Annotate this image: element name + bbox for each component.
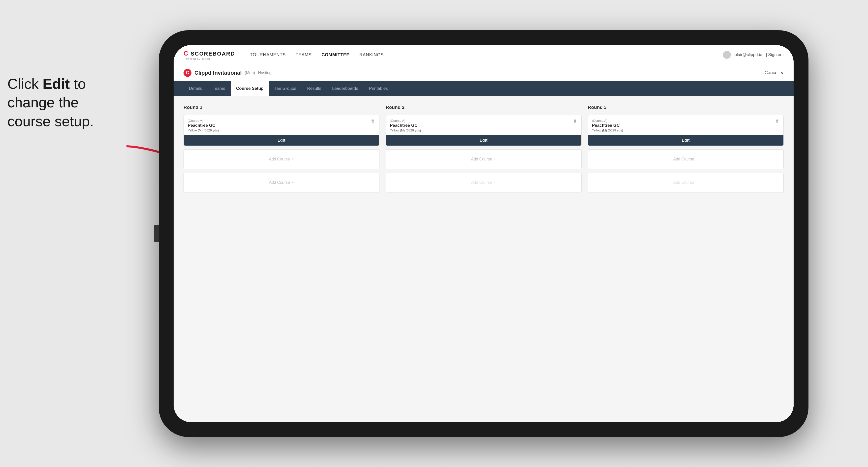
nav-links: TOURNAMENTS TEAMS COMMITTEE RANKINGS <box>250 51 384 59</box>
round-2-add-course-2: Add Course + <box>385 173 582 192</box>
round-1-add-label-1: Add Course + <box>269 156 294 162</box>
round-1-add-course-1[interactable]: Add Course + <box>184 149 379 169</box>
plus-icon-1: + <box>291 156 294 162</box>
logo-area: C SCOREBOARD Powered by clippd <box>184 50 235 60</box>
round-1-add-course-2[interactable]: Add Course + <box>184 173 379 192</box>
tournament-name: Clippd Invitational <box>194 70 242 76</box>
round-1-course-header: (Course A) Peachtree GC Yellow (M) (6629… <box>184 115 379 135</box>
main-content: Round 1 (Course A) Peachtree GC Yellow (… <box>174 96 794 422</box>
round-2-edit-button[interactable]: Edit <box>386 135 581 146</box>
round-2-course-details: Yellow (M) (6629 yds) <box>390 128 577 132</box>
tablet-side-button <box>154 225 159 242</box>
round-3-course-name: Peachtree GC <box>592 123 779 128</box>
rounds-container: Round 1 (Course A) Peachtree GC Yellow (… <box>184 105 784 192</box>
tab-course-setup[interactable]: Course Setup <box>230 81 269 96</box>
logo-subtitle: Powered by clippd <box>184 57 235 60</box>
round-2-add-label-2: Add Course + <box>471 180 496 185</box>
round-1-edit-button[interactable]: Edit <box>184 135 379 146</box>
tab-leaderboards[interactable]: Leaderboards <box>327 81 364 96</box>
nav-teams[interactable]: TEAMS <box>296 51 312 59</box>
cancel-button[interactable]: Cancel ✕ <box>765 70 784 75</box>
plus-icon-3: + <box>494 156 496 162</box>
round-2-add-label-1: Add Course + <box>471 156 496 162</box>
round-2-course-name: Peachtree GC <box>390 123 577 128</box>
tournament-gender: (Men) <box>245 71 255 75</box>
tab-teams[interactable]: Teams <box>207 81 230 96</box>
tablet-frame: C SCOREBOARD Powered by clippd TOURNAMEN… <box>159 30 808 437</box>
round-3-course-header: (Course A) Peachtree GC Yellow (M) (6629… <box>588 115 783 135</box>
tab-printables[interactable]: Printables <box>364 81 393 96</box>
tournament-title: C Clippd Invitational (Men) Hosting <box>184 69 272 77</box>
round-2-course-header: (Course A) Peachtree GC Yellow (M) (6629… <box>386 115 581 135</box>
tab-tee-groups[interactable]: Tee Groups <box>269 81 302 96</box>
nav-tournaments[interactable]: TOURNAMENTS <box>250 51 286 59</box>
tournament-status: Hosting <box>258 71 271 75</box>
round-3-course-label: (Course A) <box>592 119 779 123</box>
round-2-delete-icon[interactable]: 🗑 <box>572 118 578 124</box>
tournament-logo: C <box>184 69 191 77</box>
round-3-add-label-1: Add Course + <box>673 156 698 162</box>
tab-results[interactable]: Results <box>302 81 327 96</box>
tab-bar: Details Teams Course Setup Tee Groups Re… <box>174 81 794 96</box>
nav-committee[interactable]: COMMITTEE <box>322 51 350 59</box>
instruction-text: Click Edit tochange thecourse setup. <box>7 74 94 130</box>
logo-text: C SCOREBOARD <box>184 50 235 57</box>
round-1-course-details: Yellow (M) (6629 yds) <box>188 128 375 132</box>
sign-out-link[interactable]: | Sign out <box>766 52 784 57</box>
round-2-course-label: (Course A) <box>390 119 577 123</box>
plus-icon-5: + <box>695 156 699 162</box>
round-3-add-label-2: Add Course + <box>673 180 698 185</box>
round-1-column: Round 1 (Course A) Peachtree GC Yellow (… <box>184 105 379 192</box>
top-navigation: C SCOREBOARD Powered by clippd TOURNAMEN… <box>174 45 794 65</box>
edit-bold: Edit <box>43 75 70 92</box>
plus-icon-6: + <box>695 180 699 185</box>
round-1-course-label: (Course A) <box>188 119 375 123</box>
tab-details[interactable]: Details <box>184 81 207 96</box>
tablet-screen: C SCOREBOARD Powered by clippd TOURNAMEN… <box>174 45 794 422</box>
nav-rankings[interactable]: RANKINGS <box>359 51 384 59</box>
logo-letter: C <box>184 50 189 57</box>
round-3-delete-icon[interactable]: 🗑 <box>774 118 780 124</box>
round-3-edit-button[interactable]: Edit <box>588 135 783 146</box>
round-3-course-card: (Course A) Peachtree GC Yellow (M) (6629… <box>588 115 784 146</box>
round-2-add-course-1[interactable]: Add Course + <box>385 149 582 169</box>
round-3-course-details: Yellow (M) (6629 yds) <box>592 128 779 132</box>
round-1-course-card: (Course A) Peachtree GC Yellow (M) (6629… <box>184 115 379 146</box>
close-icon: ✕ <box>780 70 784 75</box>
plus-icon-4: + <box>494 180 496 185</box>
round-1-delete-icon[interactable]: 🗑 <box>370 118 376 124</box>
tournament-header: C Clippd Invitational (Men) Hosting Canc… <box>174 65 794 81</box>
user-email: blair@clippd.io <box>735 52 762 57</box>
round-3-title: Round 3 <box>588 105 784 110</box>
plus-icon-2: + <box>291 180 294 185</box>
round-2-column: Round 2 (Course A) Peachtree GC Yellow (… <box>385 105 582 192</box>
round-1-add-label-2: Add Course + <box>269 180 294 185</box>
round-3-add-course-2: Add Course + <box>588 173 784 192</box>
round-2-title: Round 2 <box>385 105 582 110</box>
round-2-course-card: (Course A) Peachtree GC Yellow (M) (6629… <box>385 115 582 146</box>
round-1-course-name: Peachtree GC <box>188 123 375 128</box>
round-1-title: Round 1 <box>184 105 379 110</box>
round-3-column: Round 3 (Course A) Peachtree GC Yellow (… <box>588 105 784 192</box>
round-3-add-course-1[interactable]: Add Course + <box>588 149 784 169</box>
nav-right: blair@clippd.io | Sign out <box>723 51 784 59</box>
user-avatar <box>723 51 731 59</box>
